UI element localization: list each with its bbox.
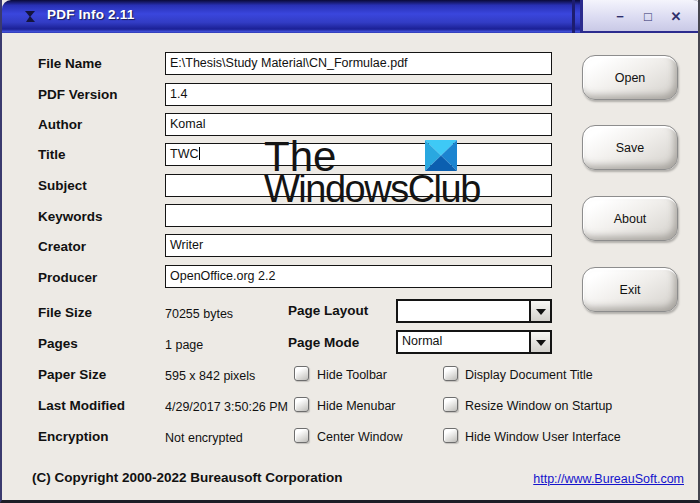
encryption-label: Encryption xyxy=(38,429,109,444)
close-icon[interactable]: ✕ xyxy=(666,8,686,26)
center-window-label: Center Window xyxy=(317,430,402,444)
maximize-icon[interactable]: □ xyxy=(638,8,658,26)
minimize-icon[interactable]: − xyxy=(610,8,630,26)
copyright-text: (C) Copyright 2000-2022 Bureausoft Corpo… xyxy=(32,470,343,485)
hide-menubar-label: Hide Menubar xyxy=(317,399,396,413)
save-button[interactable]: Save xyxy=(582,125,678,170)
hide-toolbar-checkbox[interactable] xyxy=(294,366,309,381)
keywords-field[interactable] xyxy=(165,204,552,227)
hide-window-user-interface-label: Hide Window User Interface xyxy=(465,430,621,444)
file-name-field[interactable]: E:\Thesis\Study Material\CN_Formulae.pdf xyxy=(165,52,552,75)
pages-value: 1 page xyxy=(165,338,203,352)
text-cursor xyxy=(199,147,200,160)
pdf-info-window: PDF Info 2.11 − □ ✕ File Name E:\Thesis\… xyxy=(0,0,700,503)
creator-label: Creator xyxy=(38,239,86,254)
chevron-down-icon xyxy=(536,309,546,315)
last-modified-label: Last Modified xyxy=(38,398,125,413)
encryption-value: Not encrypted xyxy=(165,431,243,445)
last-modified-value: 4/29/2017 3:50:26 PM xyxy=(165,400,288,414)
about-button[interactable]: About xyxy=(582,196,678,241)
page-layout-label: Page Layout xyxy=(288,303,368,318)
title-bar[interactable]: PDF Info 2.11 − □ ✕ xyxy=(2,0,700,33)
subject-field[interactable] xyxy=(165,174,552,197)
pages-label: Pages xyxy=(38,336,78,351)
resize-window-on-startup-label: Resize Window on Startup xyxy=(465,399,612,413)
exit-button[interactable]: Exit xyxy=(582,267,678,312)
page-mode-label: Page Mode xyxy=(288,335,359,350)
producer-label: Producer xyxy=(38,270,97,285)
center-window-checkbox[interactable] xyxy=(294,428,309,443)
keywords-label: Keywords xyxy=(38,209,103,224)
open-button[interactable]: Open xyxy=(582,55,678,100)
page-layout-combobox[interactable] xyxy=(396,299,552,323)
resize-window-on-startup-checkbox[interactable] xyxy=(443,397,458,412)
author-field[interactable]: Komal xyxy=(165,113,552,136)
hide-window-user-interface-checkbox[interactable] xyxy=(443,428,458,443)
file-size-value: 70255 bytes xyxy=(165,307,233,321)
file-name-label: File Name xyxy=(38,56,102,71)
producer-field[interactable]: OpenOffice.org 2.2 xyxy=(165,265,552,288)
author-label: Author xyxy=(38,117,82,132)
chevron-down-icon xyxy=(536,340,546,346)
page-layout-dropdown-button[interactable] xyxy=(529,301,550,321)
page-mode-dropdown-button[interactable] xyxy=(529,332,550,352)
paper-size-value: 595 x 842 pixels xyxy=(165,369,255,383)
app-icon[interactable] xyxy=(23,9,38,24)
display-document-title-label: Display Document Title xyxy=(465,368,593,382)
title-label: Title xyxy=(38,147,66,162)
display-document-title-checkbox[interactable] xyxy=(443,366,458,381)
pdf-version-label: PDF Version xyxy=(38,87,118,102)
titlebar-separator xyxy=(572,0,575,33)
title-field[interactable]: TWC xyxy=(165,143,552,166)
creator-field[interactable]: Writer xyxy=(165,234,552,257)
window-controls-panel: − □ ✕ xyxy=(580,0,700,33)
subject-label: Subject xyxy=(38,178,87,193)
hide-toolbar-label: Hide Toolbar xyxy=(317,368,387,382)
page-mode-combobox[interactable]: Normal xyxy=(396,330,552,354)
file-size-label: File Size xyxy=(38,305,92,320)
website-link[interactable]: http://www.BureauSoft.com xyxy=(533,472,684,486)
paper-size-label: Paper Size xyxy=(38,367,106,382)
hide-menubar-checkbox[interactable] xyxy=(294,397,309,412)
window-title: PDF Info 2.11 xyxy=(47,7,134,22)
pdf-version-field[interactable]: 1.4 xyxy=(165,83,552,106)
